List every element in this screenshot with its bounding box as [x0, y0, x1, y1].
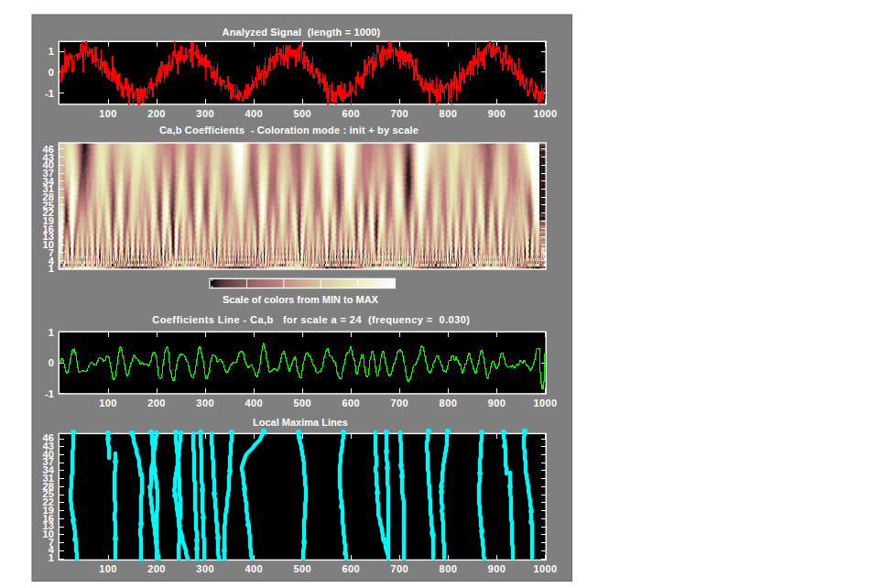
- svg-text:100: 100: [99, 108, 117, 119]
- svg-text:46: 46: [43, 144, 54, 155]
- svg-text:Analyzed Signal (length = 100: Analyzed Signal (length = 1000): [223, 27, 381, 38]
- svg-text:600: 600: [343, 563, 361, 574]
- svg-text:1000: 1000: [533, 397, 557, 408]
- svg-text:200: 200: [147, 108, 166, 119]
- svg-text:900: 900: [488, 108, 506, 119]
- svg-text:-1: -1: [45, 88, 54, 99]
- svg-text:900: 900: [488, 397, 506, 408]
- svg-text:500: 500: [293, 397, 311, 408]
- svg-text:100: 100: [99, 563, 117, 574]
- svg-text:1000: 1000: [533, 108, 557, 119]
- svg-text:Scale of colors from MIN to MA: Scale of colors from MIN to MAX: [223, 294, 379, 305]
- svg-text:0: 0: [49, 67, 54, 78]
- svg-text:200: 200: [147, 563, 166, 574]
- svg-text:400: 400: [245, 397, 263, 408]
- svg-text:500: 500: [293, 563, 311, 574]
- svg-text:0: 0: [49, 357, 54, 368]
- svg-text:Coefficients Line - Ca,b for: Coefficients Line - Ca,b for scale a = 2…: [152, 314, 470, 325]
- svg-text:100: 100: [99, 397, 117, 408]
- svg-text:1: 1: [49, 46, 54, 57]
- svg-text:200: 200: [147, 397, 166, 408]
- svg-text:1000: 1000: [533, 563, 557, 574]
- svg-text:300: 300: [196, 563, 214, 574]
- svg-text:400: 400: [245, 563, 263, 574]
- svg-text:300: 300: [196, 108, 214, 119]
- svg-text:600: 600: [343, 397, 361, 408]
- svg-text:800: 800: [440, 563, 458, 574]
- svg-text:700: 700: [391, 397, 409, 408]
- svg-text:900: 900: [488, 563, 506, 574]
- svg-text:700: 700: [391, 563, 409, 574]
- svg-text:300: 300: [196, 397, 214, 408]
- svg-text:Ca,b Coefficients - Coloratio: Ca,b Coefficients - Coloration mode : in…: [159, 125, 419, 136]
- svg-text:800: 800: [440, 397, 458, 408]
- svg-text:600: 600: [343, 108, 361, 119]
- svg-text:Local Maxima Lines: Local Maxima Lines: [253, 417, 348, 428]
- svg-text:800: 800: [440, 108, 458, 119]
- svg-text:46: 46: [43, 432, 54, 443]
- svg-text:1: 1: [49, 327, 54, 338]
- svg-text:500: 500: [293, 108, 311, 119]
- svg-text:400: 400: [245, 108, 263, 119]
- svg-text:700: 700: [391, 108, 409, 119]
- svg-text:-1: -1: [45, 388, 54, 399]
